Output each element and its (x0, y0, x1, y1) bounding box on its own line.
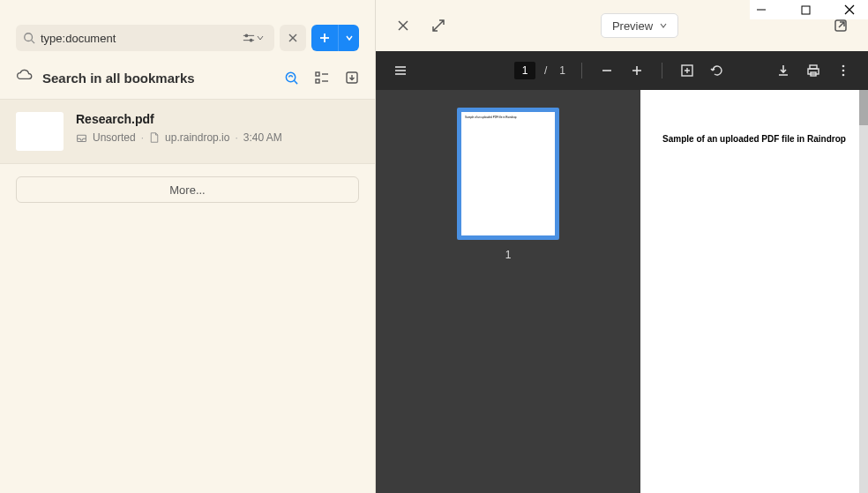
pdf-content-text: Sample of an uploaded PDF file in Raindr… (646, 134, 863, 144)
page-number-input[interactable] (514, 62, 535, 79)
svg-point-4 (25, 34, 33, 41)
cloud-icon (16, 67, 34, 88)
thumbnail-label: 1 (505, 249, 512, 261)
item-meta: Unsorted · up.raindrop.io · 3:40 AM (76, 131, 359, 144)
minimize-button[interactable] (750, 0, 773, 19)
more-button[interactable]: More... (16, 176, 359, 203)
preview-mode-label: Preview (612, 19, 653, 33)
svg-rect-17 (316, 79, 319, 83)
search-input[interactable] (35, 32, 239, 45)
preview-mode-button[interactable]: Preview (601, 13, 678, 38)
maximize-button[interactable] (794, 0, 817, 19)
more-options-icon[interactable] (831, 58, 856, 83)
svg-line-5 (32, 41, 35, 44)
page-view[interactable]: Sample of an uploaded PDF file in Raindr… (640, 90, 868, 493)
search-icon (23, 32, 35, 44)
view-options-icon[interactable] (315, 71, 329, 85)
svg-point-36 (842, 70, 845, 72)
svg-rect-33 (808, 69, 819, 74)
preview-panel: Preview / 1 (376, 0, 868, 493)
close-window-button[interactable] (838, 0, 861, 19)
svg-point-37 (842, 74, 845, 77)
svg-point-35 (842, 65, 845, 68)
chevron-down-icon (660, 22, 667, 29)
add-button-group (311, 25, 359, 51)
fit-page-icon[interactable] (675, 58, 700, 83)
svg-line-15 (294, 80, 297, 84)
search-box[interactable] (16, 25, 274, 51)
window-controls (750, 0, 868, 19)
add-button[interactable] (311, 25, 338, 51)
sidebar: Search in all bookmarks Research.pdf Uns… (0, 0, 376, 493)
page-separator: / (541, 64, 550, 77)
svg-rect-1 (802, 6, 810, 14)
download-icon[interactable] (345, 71, 359, 85)
inbox-icon (76, 132, 87, 144)
zoom-in-button[interactable] (625, 58, 649, 83)
item-title: Research.pdf (76, 112, 359, 126)
expand-icon[interactable] (427, 14, 450, 37)
item-folder: Unsorted (93, 131, 136, 144)
collection-title: Search in all bookmarks (42, 71, 275, 86)
pdf-toolbar: / 1 (376, 51, 868, 90)
pdf-viewer: / 1 Sample of an uploaded PDF f (376, 51, 868, 493)
svg-point-14 (286, 72, 295, 81)
file-icon (149, 132, 160, 143)
page-total: 1 (556, 64, 569, 77)
close-preview-button[interactable] (392, 14, 415, 37)
zoom-out-button[interactable] (595, 58, 619, 83)
download-pdf-icon[interactable] (771, 58, 796, 83)
bookmark-item[interactable]: Research.pdf Unsorted · up.raindrop.io ·… (0, 99, 375, 164)
scrollbar[interactable] (859, 90, 868, 493)
thumbnail-panel: Sample of an uploaded PDF file in Raindr… (376, 90, 640, 493)
add-dropdown-button[interactable] (338, 25, 359, 51)
page-thumbnail[interactable]: Sample of an uploaded PDF file in Raindr… (457, 108, 559, 240)
search-options-icon[interactable] (239, 32, 267, 44)
refresh-search-icon[interactable] (284, 71, 299, 86)
print-icon[interactable] (801, 58, 826, 83)
search-row (0, 0, 375, 60)
scrollbar-thumb[interactable] (859, 90, 868, 125)
collection-header: Search in all bookmarks (0, 60, 375, 99)
item-domain: up.raindrop.io (165, 131, 229, 144)
clear-search-button[interactable] (280, 25, 306, 51)
item-thumbnail (16, 112, 64, 151)
rotate-icon[interactable] (705, 58, 730, 83)
item-time: 3:40 AM (243, 131, 282, 144)
svg-rect-16 (316, 72, 319, 76)
hamburger-icon[interactable] (388, 58, 413, 83)
